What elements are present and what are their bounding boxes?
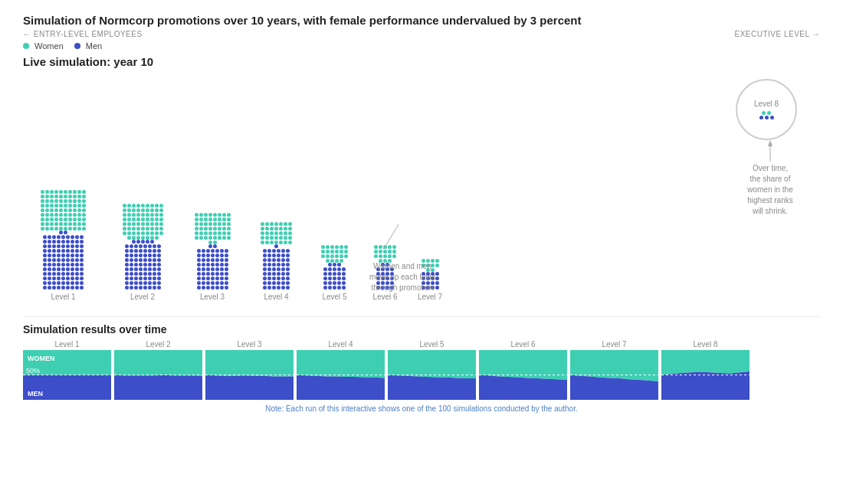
dot: [199, 231, 203, 235]
dot: [155, 204, 159, 208]
dot: [134, 286, 138, 290]
dot: [136, 240, 140, 244]
dot: [211, 286, 215, 290]
dot: [222, 231, 226, 235]
dot: [195, 222, 198, 226]
level-group-1: Level 1: [23, 190, 103, 301]
dot: [195, 236, 198, 240]
dot: [153, 286, 156, 290]
dot: [43, 277, 47, 280]
dot: [125, 254, 129, 257]
dot: [263, 258, 267, 262]
dot: [130, 277, 133, 280]
dot: [272, 286, 276, 290]
dot: [52, 258, 56, 262]
dot: [197, 249, 201, 253]
dot: [335, 250, 339, 254]
dot: [277, 263, 280, 267]
dot: [54, 213, 58, 217]
dot: [71, 240, 74, 244]
dot: [323, 277, 327, 280]
dot: [222, 227, 226, 231]
dot: [59, 222, 63, 226]
dot: [61, 235, 65, 239]
dot: [267, 277, 271, 280]
dot: [48, 254, 51, 257]
dot: [392, 254, 396, 258]
dot: [218, 218, 221, 221]
dot: [333, 281, 336, 285]
dot: [274, 222, 278, 226]
dot: [202, 277, 205, 280]
dot: [132, 213, 136, 217]
dot: [218, 227, 221, 231]
dot: [48, 235, 51, 239]
dot: [141, 227, 145, 231]
dot: [323, 286, 327, 290]
dot: [197, 277, 201, 280]
dot: [379, 254, 382, 258]
dot: [148, 258, 152, 262]
dot: [267, 281, 271, 285]
dot: [82, 218, 86, 221]
dot: [52, 254, 56, 257]
dot: [261, 231, 264, 235]
dot: [270, 231, 274, 235]
dot: [82, 195, 86, 198]
dot: [127, 204, 131, 208]
dot: [206, 281, 210, 285]
dot: [139, 281, 143, 285]
dot: [77, 204, 81, 208]
dot: [206, 258, 210, 262]
dot: [82, 208, 86, 212]
dot: [159, 231, 163, 235]
dot: [143, 272, 147, 276]
dot: [272, 272, 276, 276]
dot: [50, 204, 54, 208]
mini-chart-wrap-1: Level 1WOMEN50%MEN: [23, 340, 111, 400]
dot: [43, 235, 47, 239]
dot: [66, 267, 70, 271]
dot: [204, 236, 208, 240]
dot: [136, 227, 140, 231]
dot: [134, 267, 138, 271]
dot: [43, 267, 47, 271]
dot: [59, 218, 63, 221]
dot: [153, 254, 156, 257]
mini-chart-wrap-4: Level 4: [297, 340, 385, 400]
dot: [132, 204, 136, 208]
dot: [61, 244, 65, 248]
dot: [227, 218, 231, 221]
dot: [141, 222, 145, 226]
dot: [330, 254, 334, 258]
dot: [61, 258, 65, 262]
dot: [68, 204, 72, 208]
dot: [54, 218, 58, 221]
dot: [344, 245, 348, 249]
dot: [75, 240, 79, 244]
dot: [77, 218, 81, 221]
dot: [61, 281, 65, 285]
dot: [143, 249, 147, 253]
dot: [284, 231, 287, 235]
results-section: Simulation results over time Level 1WOME…: [23, 316, 820, 413]
dot: [66, 258, 70, 262]
dot: [41, 222, 44, 226]
mini-chart-svg-5: [388, 350, 476, 400]
dot: [123, 213, 126, 217]
dot: [286, 263, 290, 267]
dot: [143, 263, 147, 267]
dot: [213, 227, 217, 231]
dot: [143, 267, 147, 271]
mini-chart-svg-3: [205, 350, 294, 400]
dot: [218, 231, 221, 235]
dot: [204, 222, 208, 226]
dot: [220, 281, 224, 285]
dot: [344, 250, 348, 254]
dot: [80, 286, 84, 290]
dot: [281, 254, 285, 257]
dot: [261, 222, 264, 226]
dot: [143, 244, 147, 248]
dot: [52, 263, 56, 267]
dot: [284, 236, 287, 240]
